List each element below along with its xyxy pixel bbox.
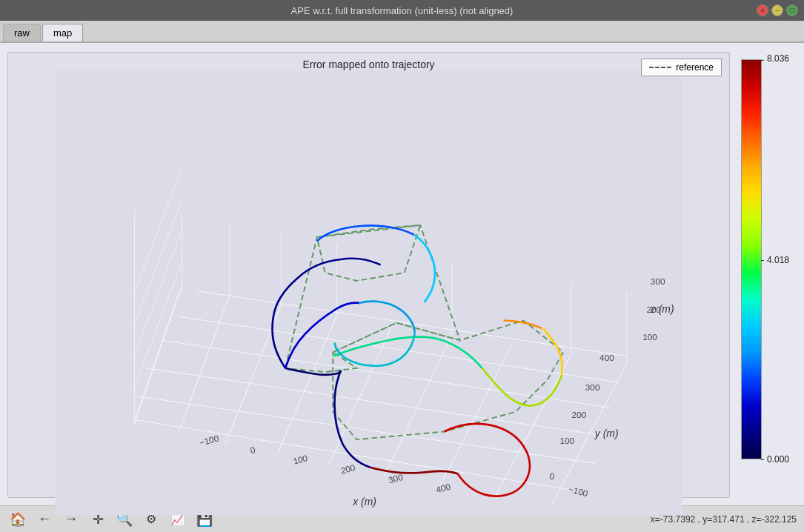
svg-text:300: 300 — [651, 276, 665, 286]
svg-text:100: 100 — [642, 332, 657, 342]
plot-svg: x (m) y (m) z (m) −100 0 100 200 300 400… — [8, 70, 729, 515]
svg-text:300: 300 — [585, 382, 600, 392]
plot-title: Error mapped onto trajectory — [8, 59, 729, 70]
tab-map[interactable]: map — [42, 24, 83, 41]
svg-text:200: 200 — [646, 305, 661, 314]
legend-label: reference — [676, 62, 714, 73]
close-button[interactable]: × — [757, 4, 768, 16]
plot-area: Error mapped onto trajectory reference — [7, 52, 730, 498]
colorbar-max-label: 8.036 — [767, 53, 789, 64]
window-title: APE w.r.t. full transformation (unit-les… — [291, 5, 514, 16]
svg-text:400: 400 — [599, 353, 614, 362]
window-controls: × − □ — [757, 4, 798, 16]
svg-text:x (m): x (m) — [352, 496, 376, 508]
legend-dash — [649, 67, 671, 68]
tabbar: raw map — [0, 21, 804, 43]
plot-legend: reference — [641, 59, 722, 76]
svg-text:100: 100 — [560, 436, 575, 445]
svg-text:200: 200 — [572, 410, 587, 419]
colorbar-min-label: 0.000 — [767, 454, 789, 465]
tab-raw[interactable]: raw — [3, 24, 41, 41]
svg-text:y (m): y (m) — [594, 428, 619, 439]
maximize-button[interactable]: □ — [786, 4, 798, 16]
svg-rect-0 — [55, 70, 682, 515]
minimize-button[interactable]: − — [771, 4, 783, 16]
titlebar: APE w.r.t. full transformation (unit-les… — [0, 0, 804, 21]
colorbar-area: 8.036 4.018 0.000 — [737, 52, 797, 498]
main-content: Error mapped onto trajectory reference — [0, 43, 804, 505]
colorbar-mid-label: 4.018 — [767, 255, 789, 265]
